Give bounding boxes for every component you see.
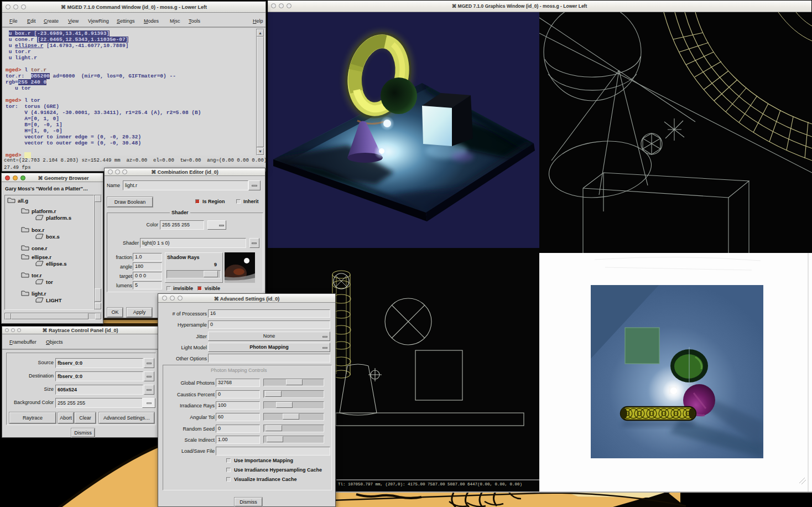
svg-text:tor: tor (46, 279, 53, 285)
svg-text:light.r: light.r (32, 291, 46, 297)
svg-text:Tl: 107050.797 mm, (207,0): 41: Tl: 107050.797 mm, (207,0): 4175.00 7587… (338, 482, 522, 487)
svg-text:LIGHT: LIGHT (46, 297, 62, 303)
svg-text:box.s: box.s (46, 234, 60, 240)
svg-text:tor.r: tor.r (32, 272, 42, 278)
svg-text:platform.s: platform.s (46, 215, 71, 221)
svg-text:platform.r: platform.r (32, 208, 56, 214)
svg-text:all.g: all.g (18, 198, 28, 204)
svg-text:box.r: box.r (32, 227, 45, 233)
svg-text:ellipse.r: ellipse.r (32, 254, 51, 260)
svg-text:cone.r: cone.r (32, 245, 48, 251)
svg-text:ellipse.s: ellipse.s (46, 261, 67, 267)
